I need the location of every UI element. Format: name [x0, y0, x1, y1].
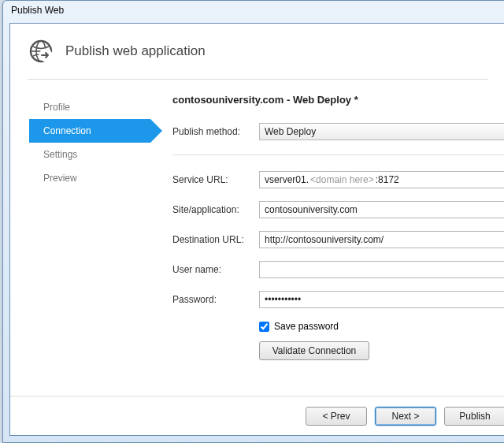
dest-url-row: Destination URL: — [172, 228, 504, 251]
dialog-header: Publish web application — [10, 24, 504, 76]
save-password-row: Save password — [172, 318, 504, 335]
sidebar-item-label: Profile — [43, 102, 70, 113]
globe-publish-icon — [28, 38, 54, 65]
window-titlebar[interactable]: Publish Web — [3, 1, 504, 21]
site-app-row: Site/application: — [172, 198, 504, 222]
password-row: Password: — [172, 288, 504, 311]
service-url-suffix: :8172 — [376, 174, 399, 185]
validate-connection-button[interactable]: Validate Connection — [259, 341, 369, 360]
service-url-prefix: vserver01. — [265, 174, 309, 185]
sidebar-item-connection[interactable]: Connection — [29, 119, 150, 143]
publish-method-select[interactable]: Web Deploy — [259, 123, 504, 140]
password-input[interactable] — [259, 291, 504, 308]
sidebar-item-preview[interactable]: Preview — [29, 166, 150, 190]
dialog-footer: < Prev Next > Publish — [10, 396, 504, 435]
service-url-label: Service URL: — [172, 174, 259, 185]
next-button[interactable]: Next > — [375, 407, 436, 426]
site-app-label: Site/application: — [172, 204, 259, 215]
prev-label: < Prev — [322, 411, 350, 422]
wizard-sidebar: Profile Connection Settings Preview — [29, 91, 150, 360]
sidebar-item-settings[interactable]: Settings — [29, 143, 150, 166]
password-label: Password: — [172, 294, 259, 305]
publish-button[interactable]: Publish — [444, 407, 504, 426]
section-divider — [172, 154, 504, 155]
dest-url-label: Destination URL: — [172, 234, 259, 245]
publish-method-label: Publish method: — [172, 126, 259, 137]
sidebar-item-label: Connection — [43, 125, 91, 136]
sidebar-item-label: Preview — [43, 173, 77, 184]
username-row: User name: — [172, 258, 504, 281]
publish-web-window: Publish Web Publish web application — [2, 0, 504, 443]
sidebar-item-profile[interactable]: Profile — [29, 95, 150, 119]
validate-connection-label: Validate Connection — [272, 345, 357, 356]
site-app-input[interactable] — [259, 201, 504, 218]
publish-method-row: Publish method: Web Deploy — [172, 120, 504, 143]
dialog-body: Profile Connection Settings Preview cont… — [10, 80, 504, 360]
profile-title: contosouniversity.com - Web Deploy * — [172, 94, 504, 106]
username-label: User name: — [172, 264, 259, 275]
window-title: Publish Web — [11, 5, 64, 16]
service-url-input[interactable]: vserver01. <domain here> :8172 — [259, 171, 504, 188]
prev-button[interactable]: < Prev — [306, 407, 367, 426]
wizard-main: contosouniversity.com - Web Deploy * Pub… — [150, 91, 504, 360]
next-label: Next > — [391, 411, 419, 422]
save-password-label: Save password — [274, 321, 339, 332]
sidebar-item-label: Settings — [43, 149, 77, 160]
dialog-title: Publish web application — [65, 43, 206, 59]
username-input[interactable] — [259, 261, 504, 278]
client-area: Publish web application Profile Connecti… — [9, 23, 504, 436]
publish-label: Publish — [459, 411, 490, 422]
publish-method-value: Web Deploy — [265, 126, 316, 137]
service-url-placeholder: <domain here> — [310, 174, 374, 185]
service-url-row: Service URL: vserver01. <domain here> :8… — [172, 168, 504, 192]
save-password-checkbox[interactable] — [259, 322, 269, 332]
dest-url-input[interactable] — [259, 231, 504, 248]
